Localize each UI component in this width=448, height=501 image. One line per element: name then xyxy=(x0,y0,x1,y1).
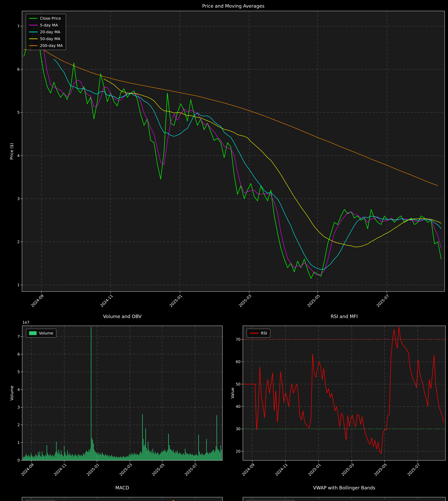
series-20-day-ma xyxy=(54,59,441,269)
rsi-x-tick-label: 2025-07 xyxy=(406,462,421,477)
macd-chart-title: MACD xyxy=(22,485,222,490)
legend-swatch xyxy=(29,45,38,46)
price-y-tick-mark xyxy=(20,26,22,26)
legend-swatch xyxy=(29,18,38,19)
legend-item-rsi: RSI xyxy=(250,331,267,335)
volume-y-tick-mark xyxy=(21,407,22,407)
series-200-day-ma xyxy=(24,46,438,186)
price-y-tick-label: 1 xyxy=(9,282,20,287)
price-y-tick-label: 3 xyxy=(9,196,20,201)
volume-y-tick-mark xyxy=(21,372,22,372)
volume-axis-offset-text: 1e7 xyxy=(22,320,30,325)
technical-analysis-dashboard: { "figure": { "background": "#000000", "… xyxy=(0,0,448,501)
legend-label: Close Price xyxy=(40,16,61,20)
rsi-x-tick-label: 2025-01 xyxy=(307,462,322,477)
series-50-day-ma xyxy=(104,79,441,247)
volume-y-tick-mark xyxy=(21,336,22,337)
rsi-y-tick-mark xyxy=(241,362,243,362)
price-y-tick-label: 2 xyxy=(9,239,20,244)
legend-label: 5-day MA xyxy=(40,23,58,27)
rsi-x-tick-mark xyxy=(417,461,418,462)
legend-label: 200-day MA xyxy=(40,43,63,48)
rsi-y-tick-mark xyxy=(241,429,243,429)
price-x-tick-label: 2025-07 xyxy=(376,294,390,308)
legend-item-200-day-ma: 200-day MA xyxy=(29,43,63,48)
rsi-y-tick-mark xyxy=(241,384,243,384)
price-plot-svg xyxy=(22,11,445,291)
legend-item-20-day-ma: 20-day MA xyxy=(29,30,63,34)
price-chart-panel: Price and Moving Averages Price ($) 1234… xyxy=(22,11,445,292)
volume-grid xyxy=(22,326,222,460)
series-close-price xyxy=(24,24,441,279)
rsi-y-tick-label: 60 xyxy=(229,359,240,364)
legend-item-50-day-ma: 50-day MA xyxy=(29,37,63,41)
volume-y-tick-mark xyxy=(21,442,22,443)
volume-x-tick-mark xyxy=(162,461,162,462)
volume-y-tick-mark xyxy=(21,425,22,425)
legend-item-close-price: Close Price xyxy=(29,16,63,20)
price-x-tick-mark xyxy=(249,292,249,293)
volume-y-tick-label: 1 xyxy=(9,440,20,445)
price-x-tick-label: 2025-05 xyxy=(306,294,321,308)
volume-chart-title: Volume and OBV xyxy=(22,314,222,319)
legend-label: RSI xyxy=(261,331,267,335)
rsi-y-tick-label: 30 xyxy=(229,426,240,431)
rsi-x-tick-label: 2024-11 xyxy=(274,462,288,477)
rsi-x-tick-label: 2025-05 xyxy=(373,462,388,477)
rsi-x-tick-label: 2025-03 xyxy=(340,462,355,477)
legend-swatch xyxy=(29,32,38,32)
rsi-chart-title: RSI and MFI xyxy=(243,314,445,319)
volume-plot-svg xyxy=(22,326,222,460)
rsi-y-tick-label: 40 xyxy=(229,404,240,409)
price-y-tick-mark xyxy=(20,285,22,285)
volume-x-tick-mark xyxy=(195,461,195,462)
volume-x-tick-label: 2024-09 xyxy=(20,462,34,477)
volume-x-tick-mark xyxy=(31,461,32,462)
price-x-tick-mark xyxy=(387,292,387,293)
price-x-tick-label: 2024-11 xyxy=(99,294,114,308)
price-x-tick-mark xyxy=(180,292,180,293)
price-x-tick-mark xyxy=(111,292,111,293)
volume-bars xyxy=(23,327,222,460)
volume-x-tick-label: 2025-05 xyxy=(151,462,165,477)
rsi-x-tick-mark xyxy=(319,461,319,462)
rsi-x-tick-mark xyxy=(352,461,352,462)
volume-legend: Volume xyxy=(26,329,56,338)
volume-x-tick-mark xyxy=(97,461,97,462)
volume-x-tick-mark xyxy=(64,461,64,462)
volume-y-tick-label: 2 xyxy=(9,423,20,427)
price-y-tick-mark xyxy=(20,112,22,113)
volume-x-tick-label: 2025-07 xyxy=(184,462,198,477)
rsi-y-tick-label: 50 xyxy=(229,382,240,387)
rsi-y-tick-mark xyxy=(241,339,243,340)
legend-label: 50-day MA xyxy=(40,37,60,41)
price-y-tick-mark xyxy=(20,199,22,199)
price-x-tick-mark xyxy=(41,292,42,293)
legend-item-volume: Volume xyxy=(29,331,53,335)
volume-x-tick-label: 2025-01 xyxy=(86,462,100,477)
legend-swatch xyxy=(250,333,258,334)
volume-x-tick-mark xyxy=(130,461,130,462)
price-y-tick-mark xyxy=(20,156,22,156)
legend-item-5-day-ma: 5-day MA xyxy=(29,23,63,27)
series-rsi xyxy=(244,327,444,454)
price-y-tick-mark xyxy=(20,69,22,69)
volume-chart-panel: Volume and OBV Volume 1e7 012345672024-0… xyxy=(22,326,223,460)
rsi-y-tick-mark xyxy=(241,407,243,407)
rsi-x-tick-mark xyxy=(285,461,286,462)
price-y-tick-label: 4 xyxy=(9,153,20,158)
price-x-tick-label: 2024-09 xyxy=(30,294,44,308)
volume-y-tick-label: 3 xyxy=(9,405,20,410)
rsi-y-tick-mark xyxy=(241,451,243,451)
price-legend: Close Price5-day MA20-day MA50-day MA200… xyxy=(26,14,66,50)
legend-swatch xyxy=(29,25,38,25)
volume-y-tick-label: 0 xyxy=(9,458,20,463)
volume-y-tick-mark xyxy=(21,354,22,354)
rsi-x-tick-label: 2024-09 xyxy=(241,462,255,477)
legend-label: Volume xyxy=(39,331,53,335)
price-x-tick-label: 2025-01 xyxy=(169,294,183,308)
rsi-y-tick-label: 70 xyxy=(229,337,240,342)
rsi-chart-panel: RSI and MFI Value 2030405060702024-09202… xyxy=(243,326,446,460)
volume-y-tick-label: 6 xyxy=(9,352,20,357)
rsi-x-tick-mark xyxy=(384,461,385,462)
